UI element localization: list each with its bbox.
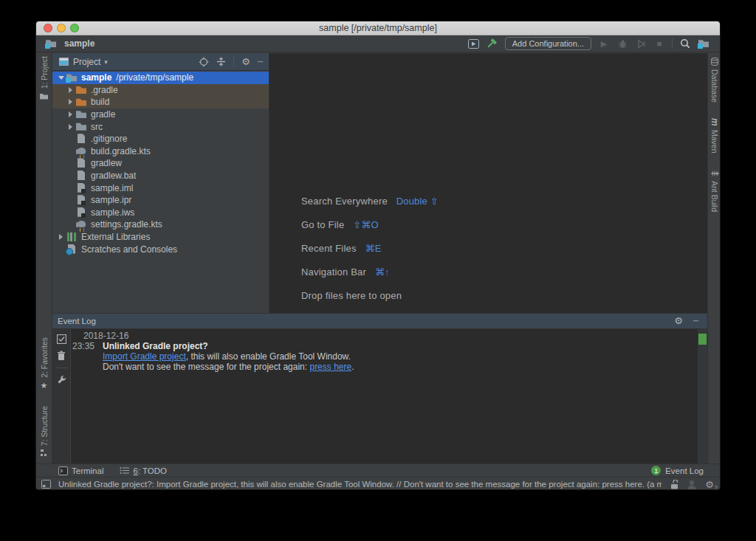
tree-row[interactable]: Scratches and Consoles [52,243,269,255]
status-bar: Unlinked Gradle project?: Import Gradle … [36,477,721,490]
dismiss-suffix: . [351,362,354,372]
event-heading: Unlinked Gradle project? [103,341,208,351]
notification-marker [698,334,707,345]
event-line-import-rest: , this will also enable Gradle Tool Wind… [186,351,351,362]
tree-row[interactable]: sample /private/tmp/sample [52,72,269,84]
hide-toolwindow-icon[interactable]: ─ [258,57,263,67]
tree-item-label: build [91,97,109,107]
run-icon: ▶ [598,38,610,49]
press-here-link[interactable]: press here [309,362,351,372]
tree-item-label: .gradle [91,85,118,95]
select-in-project-icon[interactable] [698,38,709,49]
shortcut-label: Search Everywhere [301,196,388,207]
editor-area: Search Everywhere Double ⇧ Go to File ⇧⌘… [269,53,707,313]
event-log-toolwindow: Event Log ⚙ ─ [52,313,707,464]
todo-button[interactable]: 6: TODO [120,466,167,475]
mark-all-read-icon[interactable] [57,334,66,344]
center-column: Project ▾ ⚙ ─ [52,53,707,464]
tree-item-label: Scratches and Consoles [81,244,177,255]
stripe-button-project[interactable]: 1: Project [36,56,52,100]
clear-log-trash-icon[interactable] [57,351,66,361]
unlock-icon[interactable] [670,480,678,489]
event-log-scrollbar[interactable] [698,329,707,464]
gear-icon[interactable]: ⚙ [241,57,250,67]
tree-expand-arrow-icon[interactable] [66,111,75,117]
tree-row[interactable]: gradlew.bat [52,170,269,182]
database-icon [711,58,718,66]
tree-item-icon [75,218,87,230]
tree-row[interactable]: gradlew [52,157,269,170]
tree-row[interactable]: settings.gradle.kts [52,218,269,231]
tree-row[interactable]: build [52,96,269,108]
tree-row[interactable]: sample.iws [52,207,269,219]
main-area: 1: Project 2: Favorites ★ 7: Structure [36,53,721,464]
tree-row[interactable]: .gradle [52,84,269,97]
breadcrumb[interactable]: sample [64,38,94,49]
project-toolwindow-title: Project [73,57,100,67]
tree-row[interactable]: .gitignore [52,133,269,145]
tree-row[interactable]: sample.ipr [52,194,269,207]
project-toolwindow-header[interactable]: Project ▾ ⚙ ─ [52,53,269,71]
collapse-all-icon[interactable] [216,57,226,66]
tree-expand-arrow-icon[interactable] [56,234,66,240]
stripe-button-maven[interactable]: m Maven [708,118,721,153]
event-log-button[interactable]: 1 Event Log [651,466,704,475]
tree-expand-arrow-icon[interactable] [66,124,75,130]
gear-icon[interactable]: ⚙ [674,316,683,326]
event-log-gutter [52,329,71,464]
terminal-button[interactable]: Terminal [58,466,103,475]
locate-file-icon[interactable] [199,57,209,67]
event-log-header[interactable]: Event Log ⚙ ─ [52,314,707,329]
stripe-button-database[interactable]: Database [708,58,721,103]
event-log-content: 2018-12-16 23:35 Unlinked Gradle project… [72,329,697,464]
shortcut-label: Navigation Bar [301,266,366,278]
maven-icon: m [709,118,720,126]
shortcut-keys: ⌘E [365,243,381,254]
event-log-header-tools: ⚙ ─ [674,316,698,326]
top-row: Project ▾ ⚙ ─ [52,53,707,313]
run-anything-icon[interactable] [468,38,480,49]
status-message[interactable]: Unlinked Gradle project?: Import Gradle … [58,480,662,489]
log-settings-wrench-icon[interactable] [57,375,66,385]
stripe-button-structure[interactable]: 7: Structure [36,406,52,456]
gear-question-icon[interactable]: ⚙? [705,479,714,490]
tree-row[interactable]: sample.iml [52,182,269,194]
tree-row[interactable]: src [52,120,269,133]
tree-item-icon [75,170,87,182]
tree-expand-arrow-icon[interactable] [66,87,75,93]
tree-item-label: settings.gradle.kts [91,219,162,230]
project-tree: sample /private/tmp/sample .gradle [52,71,269,255]
tree-item-label: build.gradle.kts [91,146,151,156]
tree-expand-arrow-icon[interactable] [66,99,75,105]
notification-count-badge: 1 [651,466,661,475]
chevron-down-icon[interactable]: ▾ [104,58,108,66]
gutter-separator [55,368,68,368]
navigation-bar[interactable]: sample [36,38,94,49]
tree-row[interactable]: build.gradle.kts [52,145,269,158]
tree-row[interactable]: gradle [52,108,269,121]
shortcut-hint: Drop files here to open [301,290,439,304]
event-log-title: Event Log [58,317,96,325]
event-date: 2018-12-16 [83,331,128,341]
tree-item-label: External Libraries [81,232,150,242]
toolwindow-toggle-icon[interactable] [41,480,51,489]
hide-toolwindow-icon[interactable]: ─ [693,316,698,326]
import-gradle-project-link[interactable]: Import Gradle project [103,351,186,362]
toolbar-separator [672,38,673,49]
tree-item-icon [75,108,87,120]
search-everywhere-icon[interactable] [679,38,691,49]
main-toolbar: sample Add Configuration... ▶ ■ [36,35,720,52]
right-toolwindow-stripe: Database m Maven Ant Build [707,53,721,464]
hector-inspections-icon[interactable] [687,480,696,489]
bottom-toolwindow-bar: Terminal 6: TODO 1 Event Log [36,464,721,477]
shortcut-label: Recent Files [301,243,357,254]
tree-row[interactable]: External Libraries [52,231,269,244]
tree-expand-arrow-icon[interactable] [56,76,66,80]
stripe-button-ant[interactable]: Ant Build [708,170,721,212]
build-hammer-icon[interactable] [487,38,498,49]
stripe-button-favorites[interactable]: 2: Favorites ★ [36,337,52,389]
tree-item-label: sample.iws [91,207,134,218]
tree-item-path: /private/tmp/sample [116,72,193,83]
shortcut-label: Drop files here to open [301,290,402,301]
add-configuration-button[interactable]: Add Configuration... [505,37,591,50]
